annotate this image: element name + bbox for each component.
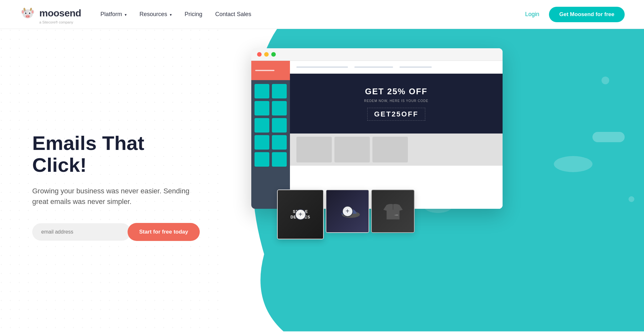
hero-title: Emails That Click! xyxy=(32,132,200,176)
get-moosend-button[interactable]: Get Moosend for free xyxy=(549,7,625,22)
jacket-icon xyxy=(382,202,404,221)
floating-product-cards: SERGE DENIMES + + xyxy=(277,189,509,239)
logo-icon xyxy=(19,5,36,22)
browser-dot-green xyxy=(271,52,276,57)
product-card-jacket xyxy=(371,189,415,233)
logo-text: moosend xyxy=(39,8,81,19)
sidebar-block xyxy=(272,84,287,98)
sidebar-header-bar xyxy=(255,70,274,71)
resources-arrow-icon: ▾ xyxy=(170,13,172,17)
svg-point-21 xyxy=(601,77,609,84)
sidebar-block xyxy=(272,101,287,115)
navbar: moosend a Sitecore® company Platform ▾ R… xyxy=(0,0,644,29)
sidebar-block xyxy=(255,152,269,167)
sidebar-block xyxy=(272,135,287,150)
nav-links: Platform ▾ Resources ▾ Pricing Contact S… xyxy=(101,11,525,18)
svg-point-5 xyxy=(32,10,34,14)
banner-sub-text: REDEM NOW, HERE IS YOUR CODE xyxy=(300,99,493,103)
nav-resources[interactable]: Resources ▾ xyxy=(139,11,172,18)
svg-point-10 xyxy=(25,12,26,14)
svg-point-15 xyxy=(24,10,26,12)
email-form: Start for free today xyxy=(32,223,200,241)
browser-content: GET 25% OFF REDEM NOW, HERE IS YOUR CODE… xyxy=(251,61,503,209)
sidebar-block xyxy=(272,152,287,167)
sidebar-blocks xyxy=(251,80,290,171)
svg-point-4 xyxy=(22,10,24,14)
logo-area: moosend a Sitecore® company xyxy=(19,5,81,24)
browser-bar xyxy=(251,48,503,61)
sidebar-block xyxy=(255,101,269,115)
svg-point-14 xyxy=(28,16,29,17)
hero-section: Emails That Click! Growing your business… xyxy=(0,29,644,331)
login-link[interactable]: Login xyxy=(525,11,539,18)
hero-right: GET 25% OFF REDEM NOW, HERE IS YOUR CODE… xyxy=(219,29,644,331)
nav-contact-sales[interactable]: Contact Sales xyxy=(215,11,251,18)
product-placeholder-3 xyxy=(372,137,408,162)
banner-discount-text: GET 25% OFF xyxy=(300,87,493,97)
topbar-line-3 xyxy=(399,67,432,68)
topbar-line-2 xyxy=(354,67,393,68)
nav-pricing[interactable]: Pricing xyxy=(185,11,202,18)
product-plus-icon-2: + xyxy=(342,206,353,217)
email-hero-banner: GET 25% OFF REDEM NOW, HERE IS YOUR CODE… xyxy=(290,74,503,134)
svg-point-11 xyxy=(29,12,30,14)
editor-main: GET 25% OFF REDEM NOW, HERE IS YOUR CODE… xyxy=(290,61,503,209)
sidebar-header xyxy=(251,61,290,80)
product-placeholder-1 xyxy=(296,137,332,162)
deco-pill-right xyxy=(592,132,625,142)
product-plus-icon: + xyxy=(295,209,306,220)
nav-platform[interactable]: Platform ▾ xyxy=(101,11,127,18)
deco-dot xyxy=(629,196,634,202)
editor-sidebar xyxy=(251,61,290,209)
hero-subtitle: Growing your business was never easier. … xyxy=(32,186,193,207)
email-editor-mockup: GET 25% OFF REDEM NOW, HERE IS YOUR CODE… xyxy=(251,48,509,239)
editor-topbar xyxy=(290,61,503,74)
product-card-tshirt: SERGE DENIMES + xyxy=(277,189,324,239)
sidebar-block xyxy=(255,135,269,150)
logo-sub: a Sitecore® company xyxy=(39,20,73,24)
nav-right: Login Get Moosend for free xyxy=(525,7,625,22)
product-area-bg xyxy=(290,134,503,166)
start-button[interactable]: Start for free today xyxy=(128,223,200,241)
jacket-image xyxy=(372,190,414,232)
platform-arrow-icon: ▾ xyxy=(125,13,127,17)
svg-point-13 xyxy=(26,16,27,17)
email-input[interactable] xyxy=(32,223,131,241)
browser-dot-red xyxy=(257,52,262,57)
browser-dot-yellow xyxy=(264,52,269,57)
sidebar-block xyxy=(272,118,287,133)
sidebar-block xyxy=(255,118,269,133)
svg-point-18 xyxy=(554,156,592,172)
product-placeholder-2 xyxy=(334,137,370,162)
product-card-shoes: + xyxy=(326,189,369,233)
browser-window: GET 25% OFF REDEM NOW, HERE IS YOUR CODE… xyxy=(251,48,503,209)
hero-left: Emails That Click! Growing your business… xyxy=(0,29,219,331)
topbar-line-1 xyxy=(296,67,348,68)
sidebar-block xyxy=(255,84,269,98)
banner-code-text: GET25OFF xyxy=(367,108,425,121)
